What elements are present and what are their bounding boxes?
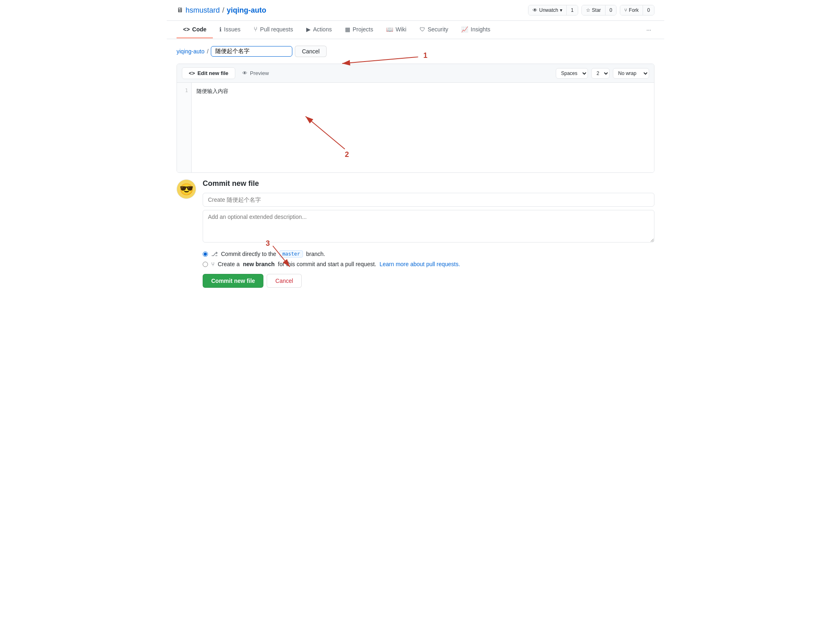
code-brackets-icon: <> — [189, 70, 195, 76]
radio-new-branch[interactable] — [203, 262, 208, 267]
radio-newbranch-row: ⑂ Create a new branch for this commit an… — [203, 261, 654, 267]
code-area[interactable]: 随便输入内容 — [192, 83, 654, 172]
repo-title: 🖥 hsmustard / yiqing-auto — [177, 6, 266, 15]
branch-badge: master — [279, 250, 303, 258]
tab-security[interactable]: 🛡 Security — [413, 21, 455, 38]
unwatch-count[interactable]: 1 — [567, 5, 578, 15]
line-numbers: 1 — [177, 83, 192, 172]
tab-code[interactable]: <> Code — [177, 21, 213, 38]
radio-direct[interactable] — [203, 251, 208, 257]
nav-tabs: <> Code ℹ Issues ⑂ Pull requests ▶ Actio… — [167, 21, 664, 39]
nav-more-button[interactable]: ··· — [643, 23, 654, 36]
tab-preview[interactable]: 👁 Preview — [235, 67, 276, 79]
fork-group: ⑂ Fork 0 — [620, 5, 654, 15]
wrap-select[interactable]: No wrap Soft wrap — [613, 68, 649, 79]
fork-icon: ⑂ — [624, 7, 627, 13]
commit-message-input[interactable] — [203, 193, 654, 207]
commit-section-title: Commit new file — [203, 179, 654, 188]
commit-section: 😎 Commit new file ⎇ Commit directly to t… — [177, 179, 654, 288]
repo-slash: / — [222, 6, 224, 15]
cancel-commit-button[interactable]: Cancel — [267, 274, 302, 288]
unwatch-button[interactable]: 👁 Unwatch ▾ — [528, 5, 567, 15]
actions-icon: ▶ — [306, 26, 311, 33]
issues-icon: ℹ — [219, 26, 221, 33]
repo-name-link[interactable]: yiqing-auto — [227, 6, 266, 15]
repo-header: 🖥 hsmustard / yiqing-auto 👁 Unwatch ▾ 1 … — [167, 0, 664, 21]
editor-controls: Spaces Tabs 2 4 8 No wrap Soft wrap — [556, 68, 649, 79]
tab-insights[interactable]: 📈 Insights — [455, 21, 497, 38]
breadcrumb: yiqing-auto / Cancel — [167, 39, 664, 64]
branch-icon: ⎇ — [211, 251, 218, 257]
projects-icon: ▦ — [345, 26, 350, 33]
tab-projects[interactable]: ▦ Projects — [338, 21, 380, 38]
code-icon: <> — [183, 26, 190, 33]
learn-more-link[interactable]: Learn more about pull requests. — [380, 261, 460, 267]
star-count[interactable]: 0 — [606, 5, 617, 15]
tab-actions[interactable]: ▶ Actions — [300, 21, 338, 38]
unwatch-dropdown-icon: ▾ — [560, 7, 562, 13]
spaces-select[interactable]: Spaces Tabs — [556, 68, 588, 79]
fork-button[interactable]: ⑂ Fork — [620, 5, 643, 15]
tab-issues[interactable]: ℹ Issues — [213, 21, 247, 38]
repo-owner-link[interactable]: hsmustard — [186, 6, 220, 15]
filename-input[interactable] — [211, 46, 292, 57]
commit-actions: Commit new file Cancel — [203, 274, 654, 288]
breadcrumb-repo-link[interactable]: yiqing-auto — [177, 48, 205, 55]
editor-body: 1 随便输入内容 — [177, 83, 654, 172]
preview-eye-icon: 👁 — [242, 70, 248, 76]
commit-description-textarea[interactable] — [203, 210, 654, 243]
commit-form: Commit new file ⎇ Commit directly to the… — [203, 179, 654, 288]
editor-section: <> Edit new file 👁 Preview Spaces Tabs 2 — [177, 64, 654, 173]
commit-new-file-button[interactable]: Commit new file — [203, 274, 263, 288]
eye-icon: 👁 — [533, 7, 537, 13]
fork-count[interactable]: 0 — [643, 5, 654, 15]
editor-toolbar: <> Edit new file 👁 Preview Spaces Tabs 2 — [177, 64, 654, 83]
breadcrumb-sep: / — [207, 48, 209, 55]
star-icon: ☆ — [586, 7, 590, 13]
editor-tabs: <> Edit new file 👁 Preview — [182, 67, 276, 79]
cancel-filename-button[interactable]: Cancel — [295, 46, 327, 57]
insights-icon: 📈 — [461, 26, 468, 33]
pull-request-icon: ⑂ — [254, 26, 258, 33]
tab-edit-new-file[interactable]: <> Edit new file — [182, 67, 235, 79]
radio-group: ⎇ Commit directly to the master branch. … — [203, 250, 654, 267]
indent-select[interactable]: 2 4 8 — [591, 68, 610, 79]
tab-pull-requests[interactable]: ⑂ Pull requests — [247, 21, 300, 39]
star-group: ☆ Star 0 — [581, 5, 617, 15]
monitor-icon: 🖥 — [177, 7, 183, 14]
wiki-icon: 📖 — [386, 26, 393, 33]
unwatch-group: 👁 Unwatch ▾ 1 — [528, 5, 578, 15]
security-icon: 🛡 — [420, 26, 425, 33]
tab-wiki[interactable]: 📖 Wiki — [380, 21, 413, 38]
pull-request-icon2: ⑂ — [211, 261, 214, 267]
star-button[interactable]: ☆ Star — [582, 5, 606, 15]
repo-actions: 👁 Unwatch ▾ 1 ☆ Star 0 ⑂ — [528, 5, 654, 15]
radio-direct-row: ⎇ Commit directly to the master branch. — [203, 250, 654, 258]
avatar: 😎 — [177, 179, 196, 199]
